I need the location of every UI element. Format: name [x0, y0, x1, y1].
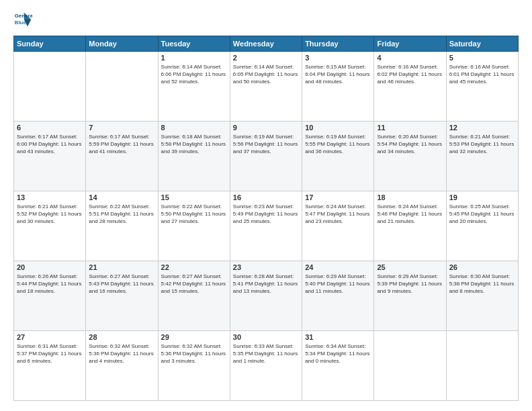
day-info: Sunrise: 6:24 AM Sunset: 5:47 PM Dayligh…: [305, 203, 371, 226]
calendar-cell: 4Sunrise: 6:16 AM Sunset: 6:02 PM Daylig…: [374, 52, 446, 122]
week-row-3: 20Sunrise: 6:26 AM Sunset: 5:44 PM Dayli…: [14, 261, 519, 331]
day-number: 3: [305, 54, 371, 62]
calendar-cell: 2Sunrise: 6:14 AM Sunset: 6:05 PM Daylig…: [230, 52, 302, 122]
weekday-saturday: Saturday: [446, 36, 518, 52]
day-number: 16: [233, 193, 299, 201]
week-row-2: 13Sunrise: 6:21 AM Sunset: 5:52 PM Dayli…: [14, 191, 519, 261]
calendar-cell: 31Sunrise: 6:34 AM Sunset: 5:34 PM Dayli…: [302, 331, 374, 401]
day-info: Sunrise: 6:29 AM Sunset: 5:40 PM Dayligh…: [305, 273, 371, 295]
day-number: 2: [233, 54, 299, 62]
day-info: Sunrise: 6:22 AM Sunset: 5:50 PM Dayligh…: [161, 203, 227, 226]
day-info: Sunrise: 6:21 AM Sunset: 5:53 PM Dayligh…: [449, 133, 515, 156]
day-number: 10: [305, 124, 371, 132]
day-info: Sunrise: 6:22 AM Sunset: 5:51 PM Dayligh…: [89, 203, 154, 226]
day-number: 28: [89, 333, 154, 341]
day-number: 26: [449, 263, 515, 271]
day-number: 19: [449, 193, 515, 201]
day-info: Sunrise: 6:27 AM Sunset: 5:43 PM Dayligh…: [89, 273, 154, 295]
svg-text:Blue: Blue: [15, 19, 27, 26]
day-number: 5: [449, 54, 515, 62]
calendar-cell: 9Sunrise: 6:19 AM Sunset: 5:56 PM Daylig…: [230, 122, 302, 191]
calendar-cell: 25Sunrise: 6:29 AM Sunset: 5:39 PM Dayli…: [374, 261, 446, 331]
day-number: 20: [17, 263, 83, 271]
day-number: 22: [161, 263, 227, 271]
day-number: 1: [161, 54, 227, 62]
day-info: Sunrise: 6:19 AM Sunset: 5:55 PM Dayligh…: [305, 133, 371, 156]
calendar-cell: [374, 331, 446, 401]
week-row-0: 1Sunrise: 6:14 AM Sunset: 6:06 PM Daylig…: [14, 52, 519, 122]
calendar-cell: 3Sunrise: 6:15 AM Sunset: 6:04 PM Daylig…: [302, 52, 374, 122]
day-number: 14: [89, 193, 154, 201]
calendar-cell: 7Sunrise: 6:17 AM Sunset: 5:59 PM Daylig…: [86, 122, 158, 191]
day-number: 9: [233, 124, 299, 132]
calendar-cell: 5Sunrise: 6:16 AM Sunset: 6:01 PM Daylig…: [446, 52, 518, 122]
day-info: Sunrise: 6:24 AM Sunset: 5:46 PM Dayligh…: [377, 203, 443, 226]
calendar-table: SundayMondayTuesdayWednesdayThursdayFrid…: [13, 36, 519, 401]
day-number: 24: [305, 263, 371, 271]
day-info: Sunrise: 6:17 AM Sunset: 6:00 PM Dayligh…: [17, 133, 83, 156]
calendar-cell: 27Sunrise: 6:31 AM Sunset: 5:37 PM Dayli…: [14, 331, 86, 401]
weekday-monday: Monday: [86, 36, 158, 52]
day-number: 23: [233, 263, 299, 271]
weekday-thursday: Thursday: [302, 36, 374, 52]
day-info: Sunrise: 6:30 AM Sunset: 5:38 PM Dayligh…: [449, 273, 515, 295]
weekday-friday: Friday: [374, 36, 446, 52]
calendar-cell: 19Sunrise: 6:25 AM Sunset: 5:45 PM Dayli…: [446, 191, 518, 261]
calendar-cell: [446, 331, 518, 401]
day-number: 11: [377, 124, 443, 132]
calendar-cell: 11Sunrise: 6:20 AM Sunset: 5:54 PM Dayli…: [374, 122, 446, 191]
calendar-cell: 6Sunrise: 6:17 AM Sunset: 6:00 PM Daylig…: [14, 122, 86, 191]
calendar-cell: 24Sunrise: 6:29 AM Sunset: 5:40 PM Dayli…: [302, 261, 374, 331]
calendar-cell: 26Sunrise: 6:30 AM Sunset: 5:38 PM Dayli…: [446, 261, 518, 331]
calendar-cell: 13Sunrise: 6:21 AM Sunset: 5:52 PM Dayli…: [14, 191, 86, 261]
day-info: Sunrise: 6:21 AM Sunset: 5:52 PM Dayligh…: [17, 203, 83, 226]
day-number: 12: [449, 124, 515, 132]
calendar-cell: 8Sunrise: 6:18 AM Sunset: 5:58 PM Daylig…: [158, 122, 230, 191]
day-info: Sunrise: 6:19 AM Sunset: 5:56 PM Dayligh…: [233, 133, 299, 156]
calendar-cell: 28Sunrise: 6:32 AM Sunset: 5:36 PM Dayli…: [86, 331, 158, 401]
day-info: Sunrise: 6:28 AM Sunset: 5:41 PM Dayligh…: [233, 273, 299, 295]
calendar-cell: 18Sunrise: 6:24 AM Sunset: 5:46 PM Dayli…: [374, 191, 446, 261]
day-number: 7: [89, 124, 154, 132]
calendar-cell: 17Sunrise: 6:24 AM Sunset: 5:47 PM Dayli…: [302, 191, 374, 261]
calendar-cell: 21Sunrise: 6:27 AM Sunset: 5:43 PM Dayli…: [86, 261, 158, 331]
calendar-cell: 1Sunrise: 6:14 AM Sunset: 6:06 PM Daylig…: [158, 52, 230, 122]
day-number: 6: [17, 124, 83, 132]
day-info: Sunrise: 6:20 AM Sunset: 5:54 PM Dayligh…: [377, 133, 443, 156]
day-number: 13: [17, 193, 83, 201]
page: General Blue SundayMondayTuesdayWednesda…: [0, 0, 532, 411]
day-info: Sunrise: 6:29 AM Sunset: 5:39 PM Dayligh…: [377, 273, 443, 295]
day-info: Sunrise: 6:23 AM Sunset: 5:49 PM Dayligh…: [233, 203, 299, 226]
day-info: Sunrise: 6:15 AM Sunset: 6:04 PM Dayligh…: [305, 63, 371, 86]
day-info: Sunrise: 6:16 AM Sunset: 6:01 PM Dayligh…: [449, 63, 515, 86]
day-info: Sunrise: 6:17 AM Sunset: 5:59 PM Dayligh…: [89, 133, 154, 156]
day-info: Sunrise: 6:33 AM Sunset: 5:35 PM Dayligh…: [233, 342, 299, 365]
day-number: 27: [17, 333, 83, 341]
logo-icon: General Blue: [13, 10, 32, 29]
day-info: Sunrise: 6:32 AM Sunset: 5:36 PM Dayligh…: [161, 342, 227, 365]
day-number: 31: [305, 333, 371, 341]
day-info: Sunrise: 6:34 AM Sunset: 5:34 PM Dayligh…: [305, 342, 371, 365]
weekday-tuesday: Tuesday: [158, 36, 230, 52]
weekday-sunday: Sunday: [14, 36, 86, 52]
calendar-cell: 30Sunrise: 6:33 AM Sunset: 5:35 PM Dayli…: [230, 331, 302, 401]
week-row-4: 27Sunrise: 6:31 AM Sunset: 5:37 PM Dayli…: [14, 331, 519, 401]
day-info: Sunrise: 6:25 AM Sunset: 5:45 PM Dayligh…: [449, 203, 515, 226]
day-number: 25: [377, 263, 443, 271]
day-number: 30: [233, 333, 299, 341]
svg-text:General: General: [15, 13, 32, 19]
week-row-1: 6Sunrise: 6:17 AM Sunset: 6:00 PM Daylig…: [14, 122, 519, 191]
weekday-wednesday: Wednesday: [230, 36, 302, 52]
day-number: 15: [161, 193, 227, 201]
calendar-cell: 23Sunrise: 6:28 AM Sunset: 5:41 PM Dayli…: [230, 261, 302, 331]
calendar-cell: [86, 52, 158, 122]
day-number: 8: [161, 124, 227, 132]
day-info: Sunrise: 6:27 AM Sunset: 5:42 PM Dayligh…: [161, 273, 227, 295]
calendar-cell: 29Sunrise: 6:32 AM Sunset: 5:36 PM Dayli…: [158, 331, 230, 401]
day-info: Sunrise: 6:26 AM Sunset: 5:44 PM Dayligh…: [17, 273, 83, 295]
calendar-cell: 12Sunrise: 6:21 AM Sunset: 5:53 PM Dayli…: [446, 122, 518, 191]
calendar-cell: 16Sunrise: 6:23 AM Sunset: 5:49 PM Dayli…: [230, 191, 302, 261]
day-info: Sunrise: 6:14 AM Sunset: 6:05 PM Dayligh…: [233, 63, 299, 86]
calendar-cell: 20Sunrise: 6:26 AM Sunset: 5:44 PM Dayli…: [14, 261, 86, 331]
day-info: Sunrise: 6:18 AM Sunset: 5:58 PM Dayligh…: [161, 133, 227, 156]
